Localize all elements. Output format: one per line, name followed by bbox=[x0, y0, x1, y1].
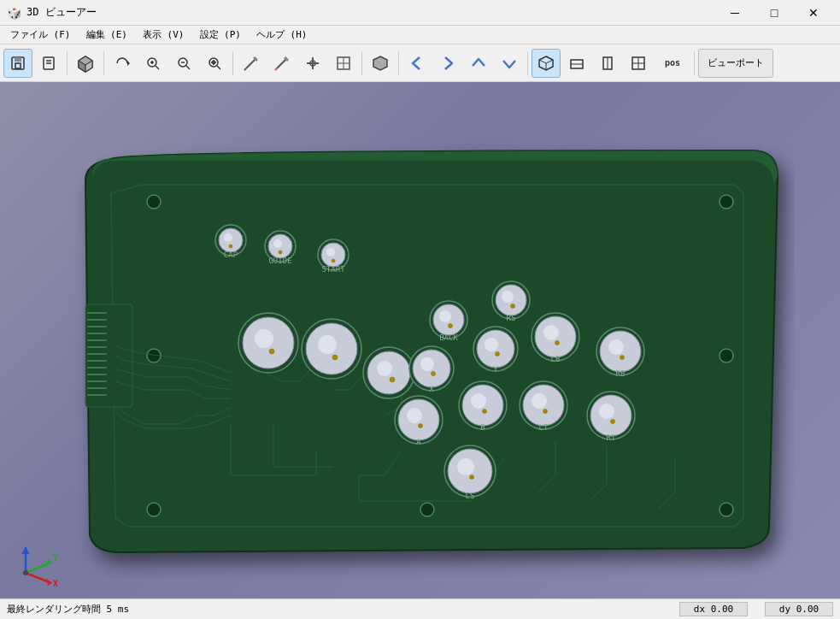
toolbar-save-button[interactable] bbox=[3, 49, 32, 78]
svg-text:Y: Y bbox=[53, 553, 58, 563]
toolbar-rotate-button[interactable] bbox=[108, 49, 137, 78]
svg-line-19 bbox=[217, 66, 220, 69]
svg-point-79 bbox=[332, 259, 335, 262]
svg-point-64 bbox=[720, 349, 733, 363]
svg-point-136 bbox=[543, 410, 548, 414]
svg-text:GUIDE: GUIDE bbox=[268, 256, 291, 265]
toolbar-zoom-in-button[interactable] bbox=[138, 49, 167, 78]
svg-point-68 bbox=[224, 233, 232, 242]
maximize-button[interactable]: □ bbox=[755, 0, 794, 26]
menu-help[interactable]: ヘルプ (H) bbox=[250, 27, 314, 43]
svg-line-35 bbox=[539, 60, 546, 63]
svg-rect-1 bbox=[15, 57, 21, 62]
toolbar-tool1-button[interactable] bbox=[237, 49, 266, 78]
app-icon: 🎲 bbox=[7, 6, 21, 20]
axis-indicator: X Y bbox=[9, 539, 60, 590]
svg-point-73 bbox=[273, 239, 282, 248]
svg-point-91 bbox=[377, 361, 392, 376]
svg-point-141 bbox=[611, 420, 615, 424]
svg-text:Y: Y bbox=[493, 365, 498, 374]
main-3d-area[interactable]: CAP GUIDE START bbox=[0, 82, 840, 598]
svg-point-130 bbox=[471, 393, 486, 409]
svg-line-26 bbox=[275, 68, 277, 70]
viewport-button[interactable]: ビューポート bbox=[698, 49, 773, 78]
svg-text:LS: LS bbox=[466, 492, 475, 500]
menu-edit[interactable]: 編集 (E) bbox=[79, 27, 135, 43]
toolbar-new-button[interactable] bbox=[34, 49, 63, 78]
svg-point-69 bbox=[229, 245, 232, 248]
svg-point-83 bbox=[255, 329, 273, 348]
window-controls: ─ □ ✕ bbox=[715, 0, 833, 26]
svg-text:LT: LT bbox=[539, 423, 549, 432]
svg-text:A: A bbox=[416, 438, 421, 446]
toolbar-side-view-button[interactable] bbox=[593, 49, 622, 78]
toolbar-arrow-right-button[interactable] bbox=[433, 49, 462, 78]
svg-line-16 bbox=[186, 66, 190, 69]
svg-text:LB: LB bbox=[551, 355, 561, 363]
svg-text:BACK: BACK bbox=[439, 333, 458, 342]
toolbar-front-view-button[interactable] bbox=[624, 49, 653, 78]
toolbar-arrow-up-button[interactable] bbox=[464, 49, 493, 78]
svg-point-156 bbox=[23, 570, 28, 575]
svg-point-78 bbox=[326, 248, 335, 256]
svg-point-110 bbox=[485, 338, 498, 351]
toolbar-top-view-button[interactable] bbox=[562, 49, 591, 78]
svg-text:X: X bbox=[429, 385, 434, 393]
svg-point-59 bbox=[147, 195, 161, 209]
svg-point-140 bbox=[599, 404, 614, 419]
svg-text:CAP: CAP bbox=[224, 251, 238, 259]
toolbar-pos-button[interactable]: pos bbox=[655, 49, 690, 78]
svg-text:START: START bbox=[321, 265, 345, 274]
toolbar-arrow-left-button[interactable] bbox=[402, 49, 432, 78]
svg-point-106 bbox=[432, 372, 436, 376]
svg-point-88 bbox=[332, 355, 338, 360]
svg-text:RT: RT bbox=[607, 433, 616, 442]
toolbar-tool4-button[interactable] bbox=[329, 49, 358, 78]
svg-point-62 bbox=[720, 503, 733, 516]
svg-rect-2 bbox=[15, 63, 21, 68]
svg-point-116 bbox=[555, 341, 560, 345]
dy-coord: dy 0.00 bbox=[765, 602, 833, 616]
menu-file[interactable]: ファイル (F) bbox=[3, 27, 78, 43]
toolbar-3d-button[interactable] bbox=[71, 49, 100, 78]
svg-point-87 bbox=[318, 335, 337, 354]
svg-point-95 bbox=[439, 310, 451, 322]
svg-point-111 bbox=[496, 352, 500, 357]
svg-point-115 bbox=[543, 325, 559, 340]
svg-point-145 bbox=[457, 458, 474, 475]
menu-view[interactable]: 表示 (V) bbox=[136, 27, 191, 43]
toolbar-view-3d-button[interactable] bbox=[366, 49, 395, 78]
minimize-button[interactable]: ─ bbox=[715, 0, 755, 26]
svg-marker-10 bbox=[127, 61, 130, 66]
svg-point-74 bbox=[279, 251, 282, 254]
toolbar-zoom-out-button[interactable] bbox=[169, 49, 198, 78]
svg-marker-33 bbox=[373, 56, 387, 70]
svg-text:X: X bbox=[53, 579, 58, 588]
toolbar-arrow-down-button[interactable] bbox=[495, 49, 524, 78]
svg-point-92 bbox=[390, 377, 395, 382]
menu-settings[interactable]: 設定 (P) bbox=[193, 27, 249, 43]
toolbar-zoom-fit-button[interactable] bbox=[200, 49, 229, 78]
title-bar: 🎲 3D ビューアー ─ □ ✕ bbox=[0, 0, 840, 26]
close-button[interactable]: ✕ bbox=[794, 0, 833, 26]
svg-point-135 bbox=[532, 393, 547, 409]
svg-point-101 bbox=[511, 304, 515, 309]
svg-point-125 bbox=[407, 408, 422, 423]
svg-point-96 bbox=[449, 324, 453, 328]
svg-text:RS: RS bbox=[507, 314, 516, 322]
toolbar-tool3-button[interactable] bbox=[298, 49, 327, 78]
toolbar-perspective-button[interactable] bbox=[532, 49, 561, 78]
svg-point-121 bbox=[620, 356, 625, 360]
svg-point-126 bbox=[419, 424, 423, 428]
svg-point-120 bbox=[608, 339, 624, 355]
svg-marker-155 bbox=[21, 547, 30, 554]
svg-point-146 bbox=[470, 475, 474, 480]
svg-point-65 bbox=[420, 503, 434, 516]
toolbar-tool2-button[interactable] bbox=[267, 49, 297, 78]
svg-point-61 bbox=[147, 503, 161, 516]
svg-line-24 bbox=[244, 68, 246, 70]
svg-point-84 bbox=[269, 349, 274, 354]
svg-line-12 bbox=[156, 66, 159, 69]
menu-bar: ファイル (F) 編集 (E) 表示 (V) 設定 (P) ヘルプ (H) bbox=[0, 26, 840, 44]
window-title: 3D ビューアー bbox=[26, 5, 715, 20]
